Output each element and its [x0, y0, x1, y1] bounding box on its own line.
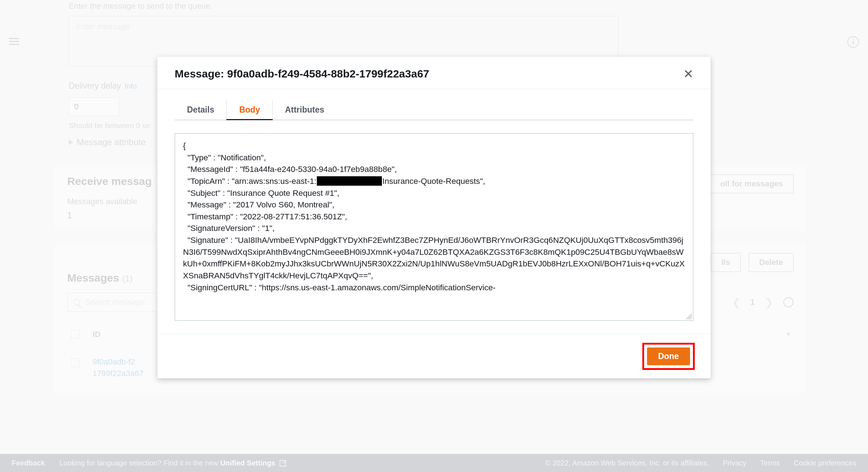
redacted-account-id [317, 176, 382, 186]
message-detail-modal: Message: 9f0a0adb-f249-4584-88b2-1799f22… [157, 57, 711, 379]
done-button-highlight: Done [642, 343, 695, 370]
message-body-content[interactable]: { "Type" : "Notification", "MessageId" :… [175, 133, 693, 321]
tab-details[interactable]: Details [175, 100, 227, 120]
close-icon[interactable]: ✕ [683, 68, 693, 80]
modal-tabs: Details Body Attributes [175, 100, 693, 120]
modal-title: Message: 9f0a0adb-f249-4584-88b2-1799f22… [175, 68, 429, 80]
resize-handle-icon[interactable] [686, 313, 692, 319]
tab-body[interactable]: Body [227, 100, 273, 120]
done-button[interactable]: Done [647, 347, 690, 365]
tab-attributes[interactable]: Attributes [273, 100, 337, 120]
